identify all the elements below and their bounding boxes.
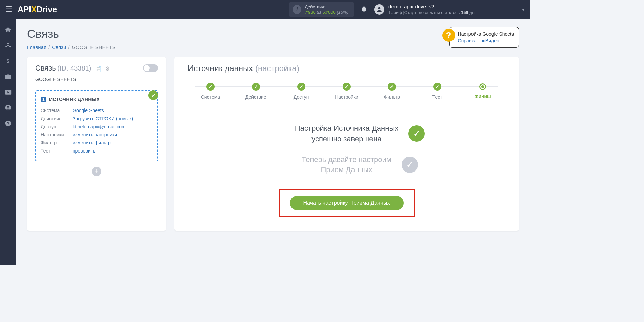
tariff-info: Тариф |Старт| до оплаты осталось 159 дн	[388, 10, 475, 16]
conn-subtitle: GOOGLE SHEETS	[35, 77, 158, 86]
add-button[interactable]: +	[92, 167, 101, 176]
doc-icon[interactable]: 📄	[95, 66, 102, 72]
enable-toggle[interactable]	[143, 64, 158, 72]
avatar-icon	[374, 4, 384, 15]
video-icon[interactable]	[4, 88, 12, 96]
bc-current: GOOGLE SHEETS	[72, 44, 115, 50]
stepper: ✓Система ✓Действие ✓Доступ ✓Настройки ✓Ф…	[188, 83, 505, 100]
sidebar: $ ?	[0, 19, 16, 265]
briefcase-icon[interactable]	[4, 73, 12, 81]
user-block[interactable]: demo_apix-drive_s2 Тариф |Старт| до опла…	[374, 3, 475, 16]
check-icon-gray: ✓	[402, 157, 418, 173]
val-system[interactable]: Google Sheets	[73, 107, 104, 115]
help-box: ? Настройка Google Sheets Справка ■Видео	[449, 27, 519, 48]
val-settings[interactable]: изменить настройки	[73, 131, 117, 139]
help-icon[interactable]: ?	[4, 119, 12, 127]
svg-point-0	[7, 43, 9, 44]
help-link-video[interactable]: ■Видео	[482, 38, 499, 43]
lbl-test: Тест	[41, 147, 73, 155]
bc-home[interactable]: Главная	[27, 44, 46, 50]
camera-icon: ■	[482, 38, 484, 43]
actions-label: Действия:	[305, 4, 348, 9]
check-icon: ✓	[408, 125, 425, 142]
logo[interactable]: APIXDrive	[18, 5, 57, 14]
step-access[interactable]: ✓Доступ	[279, 83, 324, 100]
bell-icon[interactable]	[361, 5, 367, 14]
main: Связь Главная/Связи/GOOGLE SHEETS ? Наст…	[16, 19, 530, 265]
source-box[interactable]: 1 ИСТОЧНИК ДАННЫХ СистемаGoogle Sheets Д…	[35, 90, 158, 161]
chevron-down-icon[interactable]: ▾	[522, 7, 524, 12]
step-finish[interactable]: Финиш	[460, 83, 505, 99]
lbl-filter: Фильтр	[41, 139, 73, 147]
connections-icon[interactable]	[4, 41, 12, 49]
lbl-settings: Настройки	[41, 131, 73, 139]
step-system[interactable]: ✓Система	[188, 83, 233, 100]
menu-icon[interactable]: ☰	[5, 5, 12, 14]
gear-icon[interactable]: ⚙	[105, 66, 110, 72]
val-access[interactable]: ld.helen.apix@gmail.com	[73, 123, 126, 131]
actions-pct: (16%)	[336, 9, 348, 15]
right-title: Источник данных (настройка)	[188, 64, 505, 73]
info-icon: i	[293, 5, 301, 14]
svg-point-6	[7, 106, 9, 108]
actions-box[interactable]: i Действия: 7'936 из 50'000 (16%)	[289, 2, 354, 17]
topbar: ☰ APIXDrive i Действия: 7'936 из 50'000 …	[0, 0, 530, 19]
lbl-system: Система	[41, 107, 73, 115]
left-panel: Связь (ID: 43381) 📄 ⚙ GOOGLE SHEETS 1 ИС…	[27, 57, 166, 231]
user-name: demo_apix-drive_s2	[388, 3, 475, 10]
start-receiver-button[interactable]: Начать настройку Приема Данных	[290, 196, 404, 210]
step-action[interactable]: ✓Действие	[233, 83, 279, 100]
breadcrumb: Главная/Связи/GOOGLE SHEETS	[27, 44, 519, 50]
val-test[interactable]: проверить	[73, 147, 96, 155]
check-badge-icon	[148, 90, 158, 100]
num-badge: 1	[41, 97, 46, 102]
svg-text:$: $	[7, 58, 10, 64]
val-action[interactable]: Загрузить СТРОКИ (новые)	[73, 115, 133, 123]
actions-total: 50'000	[322, 9, 336, 15]
dollar-icon[interactable]: $	[4, 57, 12, 65]
question-icon: ?	[442, 29, 455, 42]
bc-connections[interactable]: Связи	[52, 44, 66, 50]
lbl-action: Действие	[41, 115, 73, 123]
source-head: 1 ИСТОЧНИК ДАННЫХ	[41, 97, 153, 102]
val-filter[interactable]: изменить фильтр	[73, 139, 111, 147]
lbl-access: Доступ	[41, 123, 73, 131]
step-settings[interactable]: ✓Настройки	[324, 83, 369, 100]
step-test[interactable]: ✓Тест	[415, 83, 460, 100]
next-step-message: Теперь давайте настроимПрием Данных ✓	[188, 155, 505, 176]
step-filter[interactable]: ✓Фильтр	[369, 83, 415, 100]
help-title: Настройка Google Sheets	[458, 31, 514, 38]
conn-title: Связь	[35, 64, 56, 72]
svg-text:?: ?	[7, 121, 9, 125]
cta-highlight: Начать настройку Приема Данных	[279, 189, 415, 217]
right-panel: Источник данных (настройка) ✓Система ✓Де…	[174, 57, 519, 231]
user-icon[interactable]	[4, 104, 12, 112]
conn-id: (ID: 43381)	[57, 64, 91, 72]
home-icon[interactable]	[4, 26, 12, 34]
help-link-docs[interactable]: Справка	[458, 38, 477, 43]
actions-used: 7'936	[305, 9, 315, 15]
success-message: Настройка Источника Данныхуспешно заверш…	[188, 123, 505, 144]
